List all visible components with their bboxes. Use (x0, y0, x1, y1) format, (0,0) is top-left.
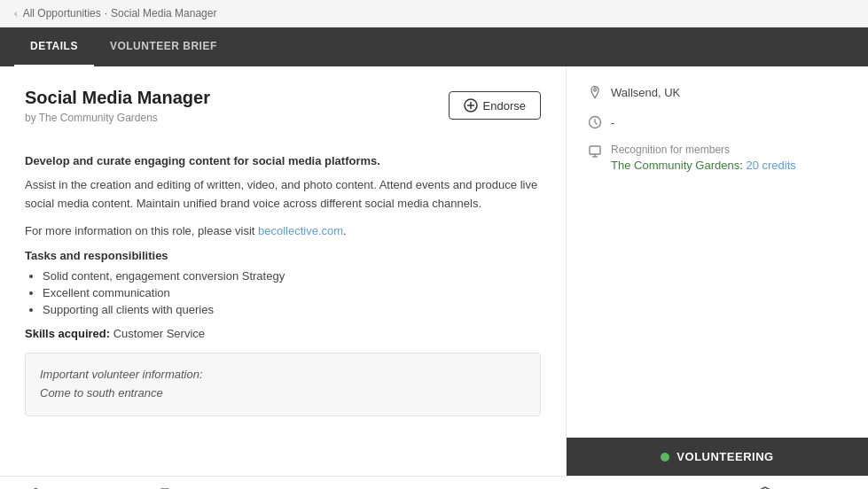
right-panel: Wallsend, UK - Recognition for members T… (567, 66, 868, 476)
breadcrumb-current: Social Media Manager (111, 7, 216, 19)
insurance-section: INSURANCE (757, 485, 843, 489)
green-dot-icon (661, 453, 669, 462)
volunteering-button[interactable]: VOLUNTEERING (567, 438, 868, 476)
description-para1: Assist in the creation and editing of wr… (25, 176, 541, 213)
svg-rect-5 (590, 146, 600, 154)
location-icon (588, 85, 602, 99)
time-text: - (611, 114, 614, 132)
recognition-icon (588, 144, 602, 159)
recognition-meta: Recognition for members The Community Ga… (588, 144, 847, 172)
location-meta: Wallsend, UK (588, 84, 847, 102)
job-header: Social Media Manager by The Community Ga… (25, 88, 210, 140)
tasks-heading: Tasks and responsibilities (25, 249, 541, 262)
job-title: Social Media Manager (25, 88, 210, 108)
location-text: Wallsend, UK (611, 84, 680, 102)
header-row: Social Media Manager by The Community Ga… (25, 88, 541, 140)
becollective-link[interactable]: becollective.com (258, 224, 343, 237)
volunteer-info-box: Important volunteer information: Come to… (25, 353, 541, 416)
breadcrumb: ‹ All Opportunities · Social Media Manag… (0, 0, 868, 27)
description-bold: Develop and curate engaging content for … (25, 154, 541, 167)
svg-point-3 (594, 89, 597, 91)
description-para2: For more information on this role, pleas… (25, 222, 541, 241)
circle-plus-icon (464, 98, 478, 113)
breadcrumb-link[interactable]: All Opportunities (23, 7, 101, 19)
insurance-icon (757, 485, 773, 489)
skills-line: Skills acquired: Customer Service (25, 327, 541, 340)
recognition-value: The Community Gardens: 20 credits (611, 159, 796, 172)
task-list: Solid content, engagement conversion Str… (25, 269, 541, 316)
endorse-button[interactable]: Endorse (449, 91, 541, 120)
task-item: Solid content, engagement conversion Str… (43, 269, 541, 283)
time-meta: - (588, 114, 847, 132)
breadcrumb-separator: · (105, 7, 107, 19)
footer-actions: Share Contact Print INSURANCE (0, 476, 868, 489)
tab-volunteer-brief[interactable]: Volunteer Brief (94, 27, 233, 66)
chevron-left-icon: ‹ (14, 8, 18, 19)
task-item: Excellent communication (43, 286, 541, 299)
main-content: Social Media Manager by The Community Ga… (0, 66, 868, 476)
recognition-text: Recognition for members The Community Ga… (611, 144, 796, 172)
left-panel: Social Media Manager by The Community Ga… (0, 66, 567, 476)
clock-icon (588, 115, 602, 129)
tab-details[interactable]: Details (14, 27, 94, 66)
job-org: by The Community Gardens (25, 112, 210, 124)
tabs-bar: Details Volunteer Brief (0, 27, 868, 66)
task-item: Supporting all clients with queries (43, 303, 541, 316)
